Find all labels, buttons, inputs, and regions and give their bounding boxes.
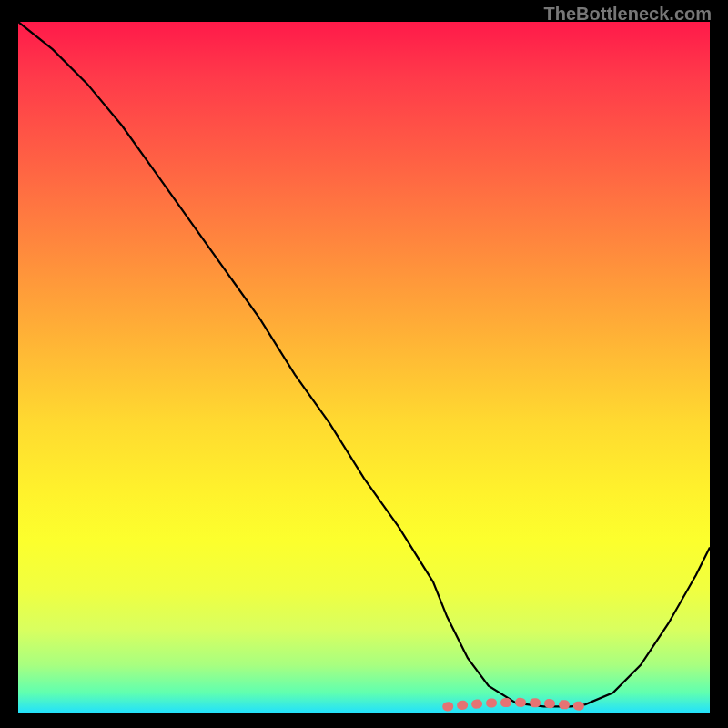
highlight-segment — [447, 703, 585, 707]
plot-area — [18, 22, 710, 713]
chart-svg — [18, 22, 710, 713]
curve-line — [18, 22, 710, 706]
watermark-text: TheBottleneck.com — [544, 4, 712, 25]
